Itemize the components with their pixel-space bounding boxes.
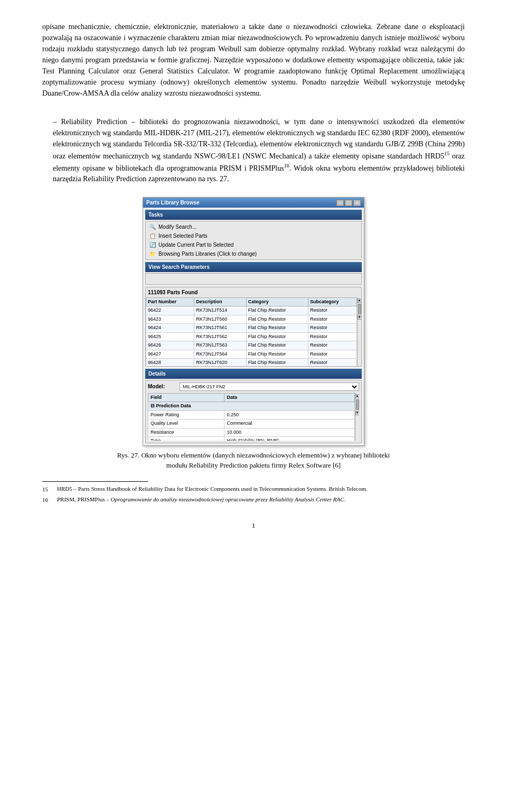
table-cell: RK73N1JT564 xyxy=(194,350,247,359)
details-table-container: Field Data ⊟ Prediction DataPower Rating… xyxy=(148,393,355,441)
table-cell: Resistor xyxy=(308,332,357,341)
search-params-header: View Search Parameters xyxy=(145,262,362,272)
details-row: Quality LevelCommercial xyxy=(148,419,355,428)
scroll-up-arrow[interactable]: ▲ xyxy=(358,298,362,303)
results-section: 111093 Parts Found Part Number Descripti… xyxy=(145,287,362,367)
table-row[interactable]: 96427RK73N1JT564Flat Chip ResistorResist… xyxy=(146,350,357,359)
details-table: Field Data ⊟ Prediction DataPower Rating… xyxy=(148,393,355,441)
update-icon: 🔄 xyxy=(149,241,156,249)
col-description: Description xyxy=(194,297,247,306)
footnote-15-text: HRD5 – Parts Stress Handbook of Reliabil… xyxy=(57,485,465,493)
table-cell: Flat Chip Resistor xyxy=(246,350,308,359)
table-cell: Resistor xyxy=(308,306,357,315)
table-cell-id: 96427 xyxy=(146,350,194,359)
magnify-icon: 🔍 xyxy=(149,223,156,231)
task-update-part[interactable]: 🔄 Update Current Part to Selected xyxy=(148,240,359,249)
table-row[interactable]: 96428RK73N1JT620Flat Chip ResistorResist… xyxy=(146,359,357,366)
details-section-header: Details xyxy=(145,369,362,379)
footnote-ref-16: 16 xyxy=(284,163,289,169)
table-cell: Flat Chip Resistor xyxy=(246,306,308,315)
table-cell-id: 96422 xyxy=(146,306,194,315)
window-controls[interactable]: ─ □ × xyxy=(336,200,361,206)
tasks-section-header: Tasks xyxy=(145,210,362,220)
footnote-16: 16 PRISM, PRISMPlus – Oprogramowanie do … xyxy=(42,496,465,505)
table-cell: RK73N1JT561 xyxy=(194,324,247,333)
table-scrollbar[interactable]: ▲ ▼ xyxy=(357,297,361,366)
details-section: Model: MIL-HDBK-217 FN2 Field Data xyxy=(145,380,362,443)
table-cell: Resistor xyxy=(308,341,357,350)
col-category: Category xyxy=(246,297,308,306)
details-col-data: Data xyxy=(224,393,355,402)
figure-27: Parts Library Browse ─ □ × Tasks 🔍 Modif… xyxy=(42,197,465,471)
table-cell: Flat Chip Resistor xyxy=(246,332,308,341)
figure-caption: Rys. 27. Okno wyboru elementów (danych n… xyxy=(117,450,390,471)
figure-caption-line1: Rys. 27. Okno wyboru elementów (danych n… xyxy=(117,450,390,461)
table-cell: Resistor xyxy=(308,350,357,359)
scroll-down-arrow[interactable]: ▼ xyxy=(358,315,362,320)
table-cell: Flat Chip Resistor xyxy=(246,341,308,350)
details-scroll-up[interactable]: ▲ xyxy=(355,394,360,398)
details-cell: Power Rating xyxy=(148,410,224,419)
col-part-number: Part Number xyxy=(146,297,194,306)
table-row[interactable]: 96425RK73N1JT562Flat Chip ResistorResist… xyxy=(146,332,357,341)
task-insert-parts[interactable]: 📋 Insert Selected Parts xyxy=(148,231,359,240)
parts-library-window: Parts Library Browse ─ □ × Tasks 🔍 Modif… xyxy=(143,197,364,446)
details-col-field: Field xyxy=(148,393,224,402)
task-modify-search[interactable]: 🔍 Modify Search... xyxy=(148,222,359,231)
table-cell: Flat Chip Resistor xyxy=(246,359,308,366)
maximize-button[interactable]: □ xyxy=(345,200,352,206)
parts-table-wrapper: Part Number Description Category Subcate… xyxy=(146,297,361,366)
table-row[interactable]: 96422RK73N1JT514Flat Chip ResistorResist… xyxy=(146,306,357,315)
details-group-prediction: ⊟ Prediction Data xyxy=(148,402,355,411)
model-select[interactable]: MIL-HDBK-217 FN2 xyxy=(180,382,359,391)
table-header-row: Part Number Description Category Subcate… xyxy=(146,297,357,306)
window-body: Tasks 🔍 Modify Search... 📋 Insert Select… xyxy=(143,208,364,445)
table-row[interactable]: 96423RK73N1JT560Flat Chip ResistorResist… xyxy=(146,315,357,324)
table-row[interactable]: 96424RK73N1JT561Flat Chip ResistorResist… xyxy=(146,324,357,333)
list-item-text: Reliability Prediction – biblioteki do p… xyxy=(53,118,465,160)
details-header-row: Field Data xyxy=(148,393,355,402)
details-row: Power Rating0.250 xyxy=(148,410,355,419)
model-row: Model: MIL-HDBK-217 FN2 xyxy=(148,382,359,391)
footnote-16-num: 16 xyxy=(42,496,53,505)
close-button[interactable]: × xyxy=(353,200,361,206)
footnote-16-italic: Oprogramowanie do analizy niezawodnościo… xyxy=(111,496,344,502)
table-cell: Resistor xyxy=(308,315,357,324)
details-cell: Quality Level xyxy=(148,419,224,428)
page-number: 1 xyxy=(42,520,465,531)
figure-caption-line2: modułu Reliability Prediction pakietu fi… xyxy=(117,460,390,471)
table-cell: RK73N1JT562 xyxy=(194,332,247,341)
footnote-16-end: . xyxy=(344,496,346,502)
col-subcategory: Subcategory xyxy=(308,297,357,306)
table-cell-id: 96425 xyxy=(146,332,194,341)
details-scroll-thumb[interactable] xyxy=(356,399,359,410)
table-cell: Flat Chip Resistor xyxy=(246,324,308,333)
task-label: Update Current Part to Selected xyxy=(158,241,233,249)
details-row: TypeHigh Stability (RN, RNR) xyxy=(148,437,355,441)
table-cell: RK73N1JT514 xyxy=(194,306,247,315)
table-cell: Flat Chip Resistor xyxy=(246,315,308,324)
table-cell-id: 96428 xyxy=(146,359,194,366)
parts-table-inner: Part Number Description Category Subcate… xyxy=(146,297,357,366)
table-row[interactable]: 96426RK73N1JT563Flat Chip ResistorResist… xyxy=(146,341,357,350)
table-cell-id: 96424 xyxy=(146,324,194,333)
footnote-section: 15 HRD5 – Parts Stress Handbook of Relia… xyxy=(42,485,465,505)
window-titlebar: Parts Library Browse ─ □ × xyxy=(143,198,364,208)
footnote-ref-15: 15 xyxy=(444,151,449,156)
task-label: Modify Search... xyxy=(158,223,196,231)
details-scroll-down[interactable]: ▼ xyxy=(355,411,360,415)
minimize-button[interactable]: ─ xyxy=(336,200,344,206)
table-cell-id: 96423 xyxy=(146,315,194,324)
window-title: Parts Library Browse xyxy=(146,199,200,207)
model-label: Model: xyxy=(148,382,180,390)
details-scrollbar[interactable]: ▲ ▼ xyxy=(355,393,359,441)
search-params-content xyxy=(148,275,359,283)
details-cell: High Stability (RN, RNR) xyxy=(224,437,355,441)
details-table-wrapper: Field Data ⊟ Prediction DataPower Rating… xyxy=(148,393,359,441)
task-label: Browsing Parts Libraries (Click to chang… xyxy=(158,250,257,258)
details-cell: 0.250 xyxy=(224,410,355,419)
browse-icon: 📁 xyxy=(149,250,156,258)
scroll-thumb[interactable] xyxy=(358,304,361,314)
footnote-16-text: PRISM, PRISMPlus – Oprogramowanie do ana… xyxy=(57,496,465,503)
task-browse-libraries[interactable]: 📁 Browsing Parts Libraries (Click to cha… xyxy=(148,249,359,258)
